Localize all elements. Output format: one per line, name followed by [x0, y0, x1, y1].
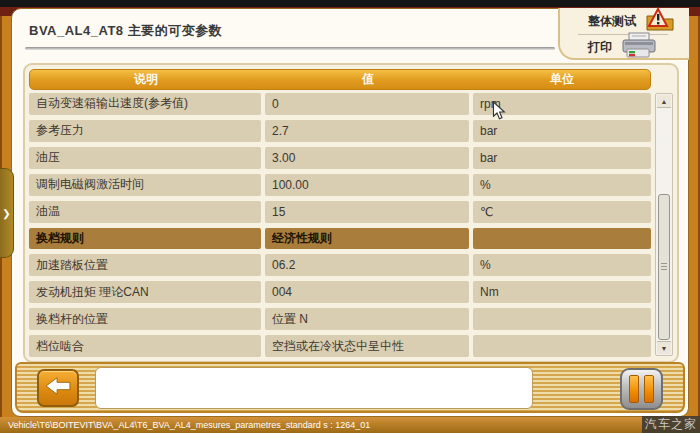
row-value: 空挡或在冷状态中呈中性 [265, 335, 469, 357]
title-separator [25, 47, 555, 50]
row-unit: ℃ [473, 201, 651, 223]
table-row[interactable]: 加速踏板位置06.2% [29, 254, 651, 276]
top-right-panel: 整体测试 打印 [558, 8, 689, 60]
page-title: BVA_AL4_AT8 主要的可变参数 [29, 22, 222, 40]
row-value: 3.00 [265, 147, 469, 169]
row-unit: bar [473, 120, 651, 142]
row-value: 15 [265, 201, 469, 223]
table-row[interactable]: 参考压力2.7bar [29, 120, 651, 142]
footer-bar [15, 362, 685, 413]
table-row[interactable]: 自动变速箱输出速度(参考值)0rpm [29, 93, 651, 115]
chevron-right-icon: ❯ [2, 208, 10, 219]
table-body: 自动变速箱输出速度(参考值)0rpm参考压力2.7bar油压3.00bar调制电… [29, 93, 651, 357]
row-unit [473, 228, 651, 250]
side-panel-handle[interactable]: ❯ [0, 168, 14, 258]
row-value: 位置 N [265, 308, 469, 330]
row-unit: bar [473, 147, 651, 169]
print-button[interactable]: 打印 [570, 35, 685, 59]
top-black-strip [0, 0, 700, 7]
row-description: 档位啮合 [29, 335, 261, 357]
row-unit [473, 308, 651, 330]
row-value: 004 [265, 281, 469, 303]
table-row[interactable]: 档位啮合空挡或在冷状态中呈中性 [29, 335, 651, 357]
row-description: 加速踏板位置 [29, 254, 261, 276]
table-row[interactable]: 发动机扭矩 理论CAN004Nm [29, 281, 651, 303]
column-header-description: 说明 [30, 71, 262, 88]
back-button[interactable] [37, 369, 79, 407]
row-description: 换档杆的位置 [29, 308, 261, 330]
column-header-unit: 单位 [474, 71, 650, 88]
scroll-down-button[interactable]: ▼ [657, 341, 671, 354]
row-unit [473, 335, 651, 357]
table-row[interactable]: 换档杆的位置位置 N [29, 308, 651, 330]
row-description: 发动机扭矩 理论CAN [29, 281, 261, 303]
row-value: 06.2 [265, 254, 469, 276]
row-unit: rpm [473, 93, 651, 115]
global-test-button[interactable]: 整体测试 [570, 9, 685, 33]
scroll-up-button[interactable]: ▲ [657, 95, 671, 108]
row-value: 100.00 [265, 174, 469, 196]
row-description: 油温 [29, 201, 261, 223]
row-description: 油压 [29, 147, 261, 169]
table-row[interactable]: 油温15℃ [29, 201, 651, 223]
thumb-grip-icon [661, 263, 667, 271]
row-unit: % [473, 174, 651, 196]
row-description: 参考压力 [29, 120, 261, 142]
row-value: 2.7 [265, 120, 469, 142]
row-value: 经济性规则 [265, 228, 469, 250]
row-description: 自动变速箱输出速度(参考值) [29, 93, 261, 115]
table-scrollbar[interactable]: ▲ ▼ [655, 93, 673, 356]
pause-icon [629, 375, 639, 403]
global-test-label: 整体测试 [588, 13, 636, 30]
row-description: 调制电磁阀激活时间 [29, 174, 261, 196]
table-row[interactable]: 换档规则经济性规则 [29, 228, 651, 250]
back-arrow-icon [44, 375, 72, 401]
status-bar: Vehicle\T6\BOITEVIT\BVA_AL4\T6_BVA_AL4_m… [0, 417, 700, 433]
column-header-value: 值 [266, 71, 470, 88]
pause-button[interactable] [620, 368, 663, 410]
table-row[interactable]: 调制电磁阀激活时间100.00% [29, 174, 651, 196]
table-header-row: 说明 值 单位 [29, 69, 651, 90]
pause-icon [644, 375, 654, 403]
table-row[interactable]: 油压3.00bar [29, 147, 651, 169]
row-description: 换档规则 [29, 228, 261, 250]
message-box[interactable] [95, 367, 533, 409]
app-window: BVA_AL4_AT8 主要的可变参数 整体测试 打印 [0, 0, 700, 433]
row-unit: % [473, 254, 651, 276]
row-unit: Nm [473, 281, 651, 303]
main-window: BVA_AL4_AT8 主要的可变参数 整体测试 打印 [11, 8, 689, 417]
watermark: 汽车之家 [642, 416, 700, 433]
status-path: Vehicle\T6\BOITEVIT\BVA_AL4\T6_BVA_AL4_m… [8, 420, 370, 430]
print-label: 打印 [588, 39, 612, 56]
parameters-table: 说明 值 单位 自动变速箱输出速度(参考值)0rpm参考压力2.7bar油压3.… [23, 63, 679, 363]
row-value: 0 [265, 93, 469, 115]
scrollbar-thumb[interactable] [658, 194, 670, 340]
printer-icon [620, 32, 658, 62]
